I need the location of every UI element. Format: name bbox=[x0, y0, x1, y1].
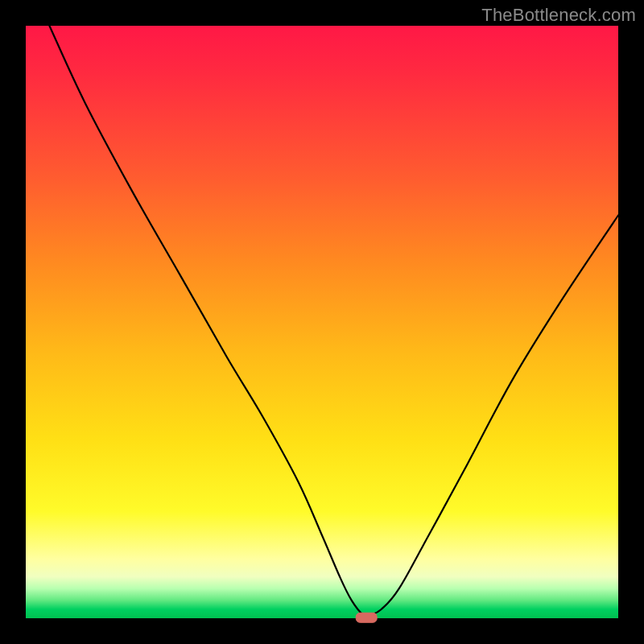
plot-area bbox=[26, 26, 618, 618]
bottleneck-curve bbox=[49, 26, 618, 617]
curve-svg bbox=[26, 26, 618, 618]
optimum-marker bbox=[356, 613, 377, 622]
watermark-text: TheBottleneck.com bbox=[481, 5, 636, 26]
chart-frame: TheBottleneck.com bbox=[0, 0, 644, 644]
